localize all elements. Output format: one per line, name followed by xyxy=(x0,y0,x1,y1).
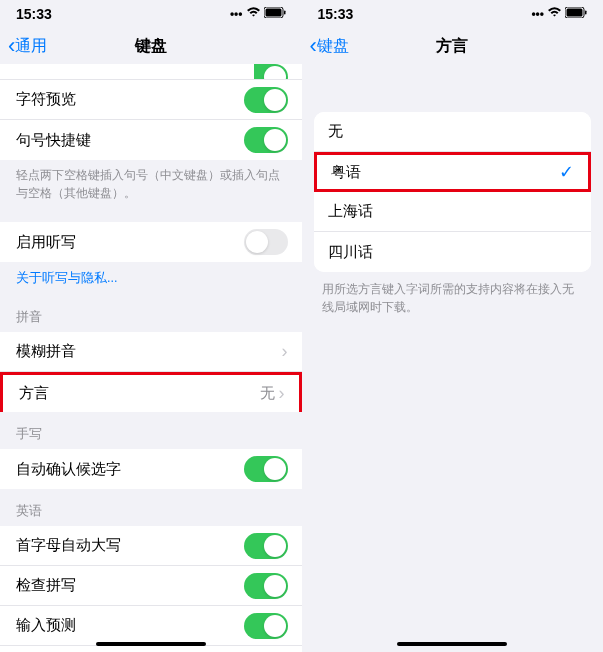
period-shortcut-label: 句号快捷键 xyxy=(16,131,91,150)
status-bar: 15:33 ••• xyxy=(302,0,604,28)
auto-confirm-toggle[interactable] xyxy=(244,456,288,482)
predictive-label: 输入预测 xyxy=(16,616,76,635)
dialect-settings-screen: 15:33 ••• ‹ 键盘 方言 无 粤语 ✓ 上海话 四 xyxy=(302,0,604,652)
page-title: 方言 xyxy=(436,36,468,57)
chevron-right-icon: › xyxy=(282,341,288,362)
enable-dictation-label: 启用听写 xyxy=(16,233,76,252)
char-preview-label: 字符预览 xyxy=(16,90,76,109)
back-label: 键盘 xyxy=(317,36,349,57)
dialect-option-sichuanese[interactable]: 四川话 xyxy=(314,232,592,272)
char-preview-row[interactable]: 字符预览 xyxy=(0,80,302,120)
char-preview-toggle[interactable] xyxy=(244,87,288,113)
auto-confirm-row[interactable]: 自动确认候选字 xyxy=(0,449,302,489)
option-label: 上海话 xyxy=(328,202,373,221)
dialect-row[interactable]: 方言 无 › xyxy=(0,372,302,412)
content: 字符预览 句号快捷键 轻点两下空格键插入句号（中文键盘）或插入句点与空格（其他键… xyxy=(0,64,302,652)
status-time: 15:33 xyxy=(318,6,354,22)
home-indicator[interactable] xyxy=(96,642,206,646)
option-label: 四川话 xyxy=(328,243,373,262)
check-spelling-toggle[interactable] xyxy=(244,573,288,599)
dialect-footnote: 用所选方言键入字词所需的支持内容将在接入无线局域网时下载。 xyxy=(302,272,604,324)
fuzzy-pinyin-label: 模糊拼音 xyxy=(16,342,76,361)
battery-icon xyxy=(565,7,587,21)
svg-rect-1 xyxy=(265,9,281,17)
status-time: 15:33 xyxy=(16,6,52,22)
chevron-left-icon: ‹ xyxy=(8,33,15,59)
toggle-on-icon xyxy=(254,64,288,80)
svg-rect-5 xyxy=(585,11,587,15)
cellular-icon: ••• xyxy=(531,7,544,21)
auto-cap-toggle[interactable] xyxy=(244,533,288,559)
home-indicator[interactable] xyxy=(397,642,507,646)
wifi-icon xyxy=(246,7,261,21)
back-label: 通用 xyxy=(15,36,47,57)
nav-bar: ‹ 键盘 方言 xyxy=(302,28,604,64)
back-button[interactable]: ‹ 键盘 xyxy=(310,33,349,59)
checkmark-icon: ✓ xyxy=(559,161,574,183)
dialect-label: 方言 xyxy=(19,384,49,403)
fuzzy-pinyin-row[interactable]: 模糊拼音 › xyxy=(0,332,302,372)
cellular-icon: ••• xyxy=(230,7,243,21)
status-bar: 15:33 ••• xyxy=(0,0,302,28)
enable-dictation-row[interactable]: 启用听写 xyxy=(0,222,302,262)
enable-dictation-toggle[interactable] xyxy=(244,229,288,255)
period-shortcut-toggle[interactable] xyxy=(244,127,288,153)
wifi-icon xyxy=(547,7,562,21)
check-spelling-label: 检查拼写 xyxy=(16,576,76,595)
auto-confirm-label: 自动确认候选字 xyxy=(16,460,121,479)
status-icons: ••• xyxy=(531,7,587,21)
pinyin-header: 拼音 xyxy=(0,295,302,332)
chevron-right-icon: › xyxy=(279,383,285,404)
option-label: 无 xyxy=(328,122,343,141)
handwriting-header: 手写 xyxy=(0,412,302,449)
svg-rect-4 xyxy=(567,9,583,17)
dialect-option-none[interactable]: 无 xyxy=(314,112,592,152)
partial-toggle-row[interactable] xyxy=(0,64,302,80)
chevron-left-icon: ‹ xyxy=(310,33,317,59)
dialect-option-cantonese[interactable]: 粤语 ✓ xyxy=(314,152,592,192)
english-header: 英语 xyxy=(0,489,302,526)
predictive-row[interactable]: 输入预测 xyxy=(0,606,302,646)
dialect-option-shanghainese[interactable]: 上海话 xyxy=(314,192,592,232)
dialect-value: 无 xyxy=(260,384,275,403)
period-footnote: 轻点两下空格键插入句号（中文键盘）或插入句点与空格（其他键盘）。 xyxy=(0,160,302,204)
option-label: 粤语 xyxy=(331,163,361,182)
page-title: 键盘 xyxy=(135,36,167,57)
predictive-toggle[interactable] xyxy=(244,613,288,639)
dictation-privacy-link[interactable]: 关于听写与隐私... xyxy=(0,262,302,295)
check-spelling-row[interactable]: 检查拼写 xyxy=(0,566,302,606)
back-button[interactable]: ‹ 通用 xyxy=(8,33,47,59)
auto-cap-label: 首字母自动大写 xyxy=(16,536,121,555)
status-icons: ••• xyxy=(230,7,286,21)
slide-delete-row[interactable]: 滑行键入时逐词删除 xyxy=(0,646,302,652)
period-shortcut-row[interactable]: 句号快捷键 xyxy=(0,120,302,160)
keyboard-settings-screen: 15:33 ••• ‹ 通用 键盘 字符预览 句号 xyxy=(0,0,302,652)
svg-rect-2 xyxy=(284,11,286,15)
battery-icon xyxy=(264,7,286,21)
dialect-options: 无 粤语 ✓ 上海话 四川话 xyxy=(314,112,592,272)
auto-cap-row[interactable]: 首字母自动大写 xyxy=(0,526,302,566)
nav-bar: ‹ 通用 键盘 xyxy=(0,28,302,64)
